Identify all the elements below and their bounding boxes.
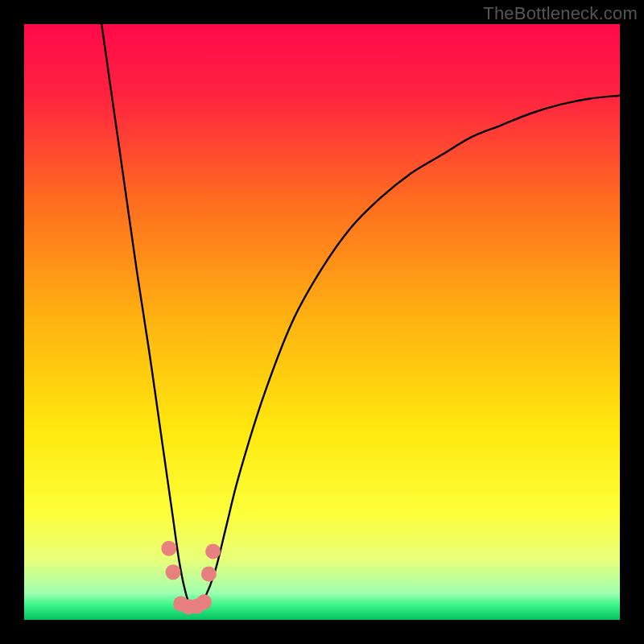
marker-trough-4 <box>196 594 212 609</box>
plot-area <box>24 24 620 620</box>
marker-left-lower <box>166 564 181 580</box>
chart-frame: TheBottleneck.com <box>0 0 644 644</box>
watermark-text: TheBottleneck.com <box>483 3 638 24</box>
bottleneck-chart <box>24 24 620 620</box>
marker-right-lower <box>201 567 217 582</box>
marker-right-upper <box>205 543 221 559</box>
marker-left-upper <box>161 541 176 556</box>
